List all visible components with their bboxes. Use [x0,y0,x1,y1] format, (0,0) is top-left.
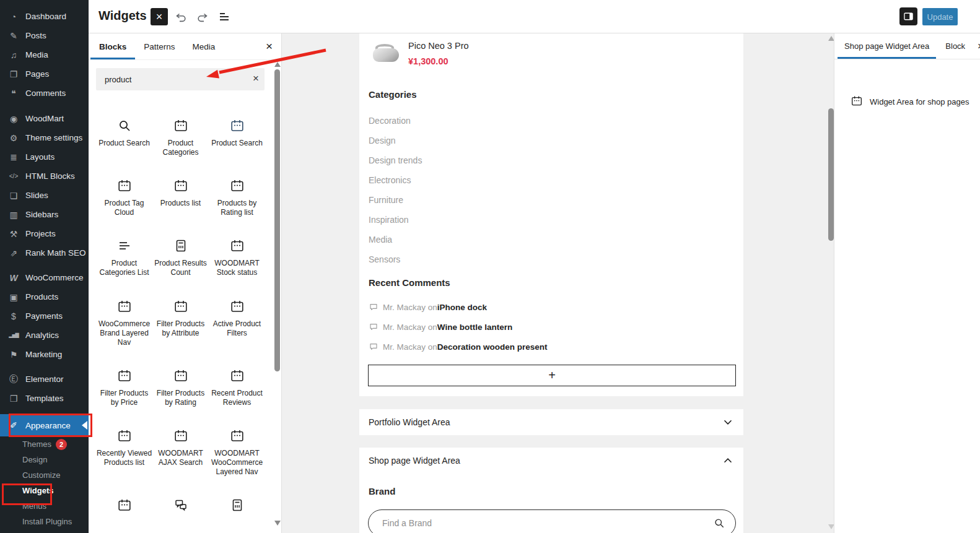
category-link[interactable]: Sensors [369,249,422,269]
submenu-item-install-plugins[interactable]: Install Plugins [0,514,89,529]
settings-panel-toggle-button[interactable] [899,7,917,25]
block-item-woodmart-layered-nav[interactable]: WOODMART WooCommerce Layered Nav [209,428,265,498]
product-title[interactable]: Pico Neo 3 Pro [408,41,469,51]
comment-item[interactable]: Mr. Mackay on Decoration wooden present [369,337,548,357]
redo-button[interactable] [195,9,210,24]
brand-search-input[interactable] [382,514,704,532]
tab-block[interactable]: Block [938,33,972,59]
block-item-product-categories-list[interactable]: Product Categories List [96,238,152,299]
block-label: Active Product Filters [209,319,265,338]
comment-item[interactable]: Mr. Mackay on Wine bottle lantern [369,317,548,337]
sidebar-item-projects[interactable]: ⚒Projects [0,224,89,243]
block-item-recently-viewed-products[interactable]: Recently Viewed Products list [96,428,152,498]
block-appender-button[interactable]: + [368,365,736,386]
clear-search-button[interactable]: × [253,72,259,85]
block-item-filter-by-attribute[interactable]: Filter Products by Attribute [152,299,209,368]
sidebar-item-layouts[interactable]: ≣Layouts [0,147,89,167]
sidebar-item-marketing[interactable]: ⚑Marketing [0,345,89,364]
block-item-woodmart-ajax-search[interactable]: WOODMART AJAX Search [152,428,209,498]
sidebar-item-pages[interactable]: ❐Pages [0,64,89,84]
sidebar-item-sidebars[interactable]: ▥Sidebars [0,205,89,224]
sidebar-item-analytics[interactable]: ▂▅▇Analytics [0,326,89,345]
block-item-active-product-filters[interactable]: Active Product Filters [209,299,265,368]
submenu-item-menus[interactable]: Menus [0,498,89,514]
widget-block-icon [230,428,245,443]
scrollbar-thumb[interactable] [828,108,834,241]
sidebar-item-html-blocks[interactable]: </>HTML Blocks [0,167,89,186]
sidebar-item-dashboard[interactable]: ◔Dashboard [0,7,89,26]
category-link[interactable]: Decoration [369,111,422,131]
block-label: Product Results Count [153,259,209,277]
list-view-button[interactable] [217,9,232,24]
tab-shop-page-widget-area[interactable]: Shop page Widget Area [838,33,936,59]
widget-block-icon [117,299,132,314]
sidebar-item-woocommerce[interactable]: WWooCommerce [0,268,89,287]
submenu-item-widgets[interactable]: Widgets [0,483,89,498]
chevron-down-glyph [721,415,735,429]
block-item-brand-layered-nav[interactable]: WooCommerce Brand Layered Nav [96,299,152,368]
sidebar-item-theme-settings[interactable]: ⚙Theme settings [0,128,89,147]
sidebar-item-elementor[interactable]: ⒺElementor [0,370,89,389]
block-item-partial[interactable] [209,498,265,513]
chevron-down-icon[interactable] [721,415,735,429]
block-item-products-by-rating[interactable]: Products by Rating list [209,178,265,238]
block-item-partial[interactable] [96,498,152,513]
scroll-up-arrow[interactable] [274,62,281,67]
block-item-product-results-count[interactable]: Product Results Count [152,238,209,299]
submenu-item-design[interactable]: Design [0,452,89,467]
comment-item[interactable]: Mr. Mackay on iPhone dock [369,297,548,317]
scrollbar-thumb[interactable] [274,69,280,371]
sidebar-item-posts[interactable]: ✎Posts [0,26,89,45]
scroll-up-arrow[interactable] [828,36,834,41]
block-item-product-search-2[interactable]: Product Search [209,118,265,178]
portfolio-widget-area-panel[interactable]: Portfolio Widget Area [359,409,743,435]
block-item-products-list[interactable]: Products list [152,178,209,238]
sidebar-item-templates[interactable]: ❒Templates [0,389,89,408]
block-item-filter-by-rating[interactable]: Filter Products by Rating [152,368,209,428]
options-menu-button[interactable]: ⋮ [976,9,980,22]
category-link[interactable]: Electronics [369,170,422,190]
submenu-item-themes[interactable]: Themes2 [0,436,89,452]
tab-media[interactable]: Media [184,33,224,59]
canvas-scrollbar[interactable] [828,33,834,533]
sidebar-item-media[interactable]: ♫Media [0,45,89,64]
tab-patterns[interactable]: Patterns [135,33,183,59]
category-link[interactable]: Media [369,230,422,249]
list-block-icon [117,238,132,253]
block-item-product-tag-cloud[interactable]: Product Tag Cloud [96,178,152,238]
scroll-down-arrow[interactable] [828,524,834,529]
sidebar-item-label: Theme settings [25,133,82,142]
inserter-scrollbar[interactable] [274,33,281,533]
block-search-input[interactable] [105,68,241,90]
sidebar-item-slides[interactable]: ❏Slides [0,186,89,205]
scroll-down-arrow[interactable] [274,521,281,526]
submenu-item-customize[interactable]: Customize [0,467,89,483]
shop-page-widget-area-panel[interactable]: Shop page Widget Area Brand [359,448,743,533]
sidebar-item-comments[interactable]: ❝Comments [0,84,89,103]
brand-heading: Brand [369,486,395,496]
sidebar-item-woodmart[interactable]: ◉WoodMart [0,109,89,128]
category-link[interactable]: Inspiration [369,210,422,230]
category-link[interactable]: Furniture [369,190,422,210]
block-item-product-categories[interactable]: Product Categories [152,118,209,178]
block-item-recent-product-reviews[interactable]: Recent Product Reviews [209,368,265,428]
category-link[interactable]: Design trends [369,150,422,170]
sidebar-item-products[interactable]: ▣Products [0,287,89,306]
block-item-partial[interactable] [152,498,209,513]
sidebar-item-appearance[interactable]: ✐Appearance [0,414,89,436]
close-inserter-button[interactable]: × [151,8,168,25]
sidebar-item-payments[interactable]: $Payments [0,306,89,326]
category-link[interactable]: Design [369,131,422,150]
block-item-product-search[interactable]: Product Search [96,118,152,178]
update-button[interactable]: Update [922,8,958,25]
block-item-filter-by-price[interactable]: Filter Products by Price [96,368,152,428]
block-item-woodmart-stock-status[interactable]: WOODMART Stock status [209,238,265,299]
inserter-close-button[interactable]: × [266,40,273,53]
undo-button[interactable] [173,9,188,24]
sidebar-item-rank-math-seo[interactable]: ⇗Rank Math SEO [0,243,89,262]
tab-blocks[interactable]: Blocks [90,33,135,59]
dollar-icon: $ [7,311,20,321]
chevron-up-icon[interactable] [721,454,735,467]
settings-close-button[interactable]: × [978,40,980,53]
search-block-icon [117,118,132,133]
